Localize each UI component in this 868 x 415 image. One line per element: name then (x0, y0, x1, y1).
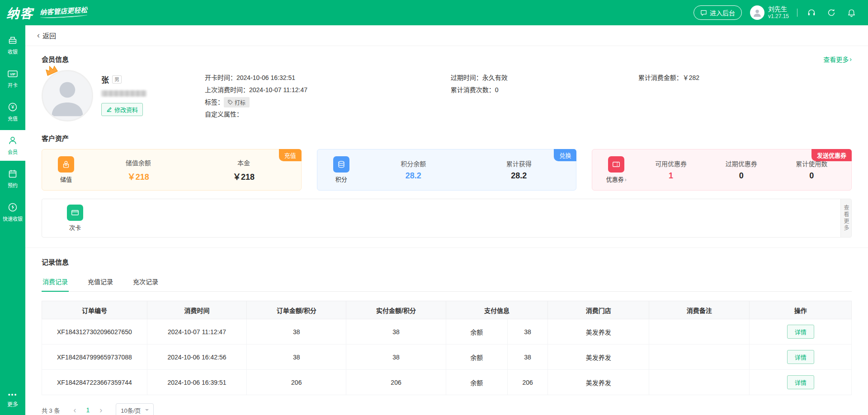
order-amount: 38 (247, 345, 346, 370)
send-coupon-badge-button[interactable]: 发送优惠券 (811, 149, 852, 161)
records-title: 记录信息 (42, 257, 852, 266)
member-phone-blurred (101, 90, 146, 97)
stored-principal: 本金 ￥218 (191, 158, 296, 182)
user-name: 刘先生 (768, 5, 789, 13)
app-header: 纳客 纳客管店更轻松 进入后台 刘先生 v1.27.15 (0, 0, 868, 25)
member-view-more-link[interactable]: 查看更多 › (823, 55, 852, 64)
stored-value-block: 储值 (47, 156, 85, 183)
total-count: 共 3 条 (42, 406, 60, 415)
recharge-badge-button[interactable]: 充值 (279, 149, 302, 161)
pay-type: 余额 (446, 370, 507, 395)
paid-amount: 38 (346, 345, 446, 370)
customer-assets-section: 客户资产 充值 储值 储值余额 ￥218 本金 ￥218 (25, 131, 868, 238)
points-icon (333, 156, 349, 173)
add-tag-button[interactable]: 打标 (224, 97, 250, 107)
detail-button[interactable]: 详情 (787, 325, 814, 339)
cashier-icon (8, 35, 18, 45)
remark (649, 370, 750, 395)
paid-amount: 206 (346, 370, 446, 395)
sidebar-item-quick-cashier[interactable]: 快速收银 (0, 197, 25, 228)
times-card-strip: 次卡 查看更多 (42, 199, 852, 238)
pencil-icon (106, 107, 112, 112)
consume-time: 2024-10-06 16:39:51 (147, 370, 246, 395)
coupons-used: 累计使用数 0 (776, 159, 847, 181)
member-info-section: 会员信息 查看更多 › 张 男 (25, 46, 868, 131)
detail-button[interactable]: 详情 (787, 375, 814, 389)
times-card-view-more[interactable]: 查看更多 (840, 199, 851, 237)
store: 美发养发 (548, 370, 649, 395)
pay-value: 38 (507, 319, 548, 345)
prev-page-button[interactable]: ‹ (68, 404, 81, 415)
records-tabs: 消费记录 充值记录 充次记录 (42, 273, 852, 292)
store: 美发养发 (548, 319, 649, 345)
member-fields-col3: 累计消费金额：￥282 (638, 72, 852, 121)
app-logo: 纳客 (6, 4, 33, 22)
tab-times-records[interactable]: 充次记录 (132, 273, 159, 291)
table-header-row: 订单编号 消费时间 订单金额/积分 实付金额/积分 支付信息 消费门店 消费备注… (42, 301, 852, 319)
member-name: 张 (101, 74, 109, 85)
order-no: XF1842847223667359744 (42, 370, 147, 395)
consume-amount: ￥282 (683, 72, 699, 84)
coupons-block[interactable]: 优惠券› (597, 156, 636, 183)
pay-value: 38 (507, 345, 548, 370)
consume-time: 2024-10-06 16:42:56 (147, 345, 246, 370)
tab-consume-records[interactable]: 消费记录 (42, 273, 69, 291)
member-fields-col1: 开卡时间：2024-10-06 16:32:51 上次消费时间：2024-10-… (205, 72, 451, 121)
chevron-right-icon: › (625, 177, 627, 183)
app-version: v1.27.15 (768, 13, 789, 19)
consume-time: 2024-10-07 11:12:47 (147, 319, 246, 345)
exchange-badge-button[interactable]: 兑换 (554, 149, 576, 161)
enter-backend-button[interactable]: 进入后台 (693, 5, 742, 20)
sidebar-more[interactable]: ••• 更多 (0, 391, 25, 415)
chevron-left-icon: ‹ (37, 31, 40, 40)
tag-icon (228, 100, 233, 105)
edit-profile-button[interactable]: 修改资料 (101, 103, 143, 116)
sidebar-item-open-card[interactable]: VIP 开卡 (0, 63, 25, 94)
chat-icon (700, 9, 707, 16)
page-size-select[interactable]: 10条/页 (116, 403, 154, 415)
more-dots-icon: ••• (8, 391, 18, 398)
detail-button[interactable]: 详情 (787, 350, 814, 364)
refresh-icon[interactable] (826, 7, 837, 19)
order-no: XF1843127302096027650 (42, 319, 147, 345)
back-button[interactable]: ‹ 返回 (37, 31, 56, 40)
vip-card-icon: VIP (7, 69, 18, 79)
headset-icon[interactable] (806, 7, 817, 19)
times-card-block: 次卡 (56, 205, 94, 232)
points-balance: 积分余额 28.2 (361, 159, 466, 181)
gender-badge: 男 (112, 75, 122, 84)
bell-icon[interactable] (845, 7, 857, 19)
coupons-card: 发送优惠券 优惠券› 可用优惠券 1 过期优惠券 0 累计使用数 (592, 149, 852, 191)
svg-text:VIP: VIP (10, 72, 15, 76)
paid-amount: 38 (346, 319, 446, 345)
member-icon (8, 135, 18, 145)
recharge-icon: ¥ (8, 102, 18, 112)
sidebar-item-booking[interactable]: 预约 (0, 163, 25, 194)
table-row: XF1842847999659737088 2024-10-06 16:42:5… (42, 345, 852, 370)
member-fields-col2: 过期时间：永久有效 累计消费次数：0 (451, 72, 638, 121)
open-card-time: 2024-10-06 16:32:51 (236, 72, 295, 84)
member-avatar (42, 70, 93, 121)
pay-value: 206 (507, 370, 548, 395)
header-divider (797, 9, 797, 17)
order-amount: 38 (247, 319, 346, 345)
chevron-down-icon (145, 409, 149, 413)
sidebar-item-recharge[interactable]: ¥ 充值 (0, 97, 25, 127)
user-account[interactable]: 刘先生 v1.27.15 (750, 5, 789, 20)
sidebar-item-cashier[interactable]: 收银 (0, 30, 25, 61)
booking-icon (8, 169, 18, 179)
current-page[interactable]: 1 (83, 406, 92, 414)
table-row: XF1843127302096027650 2024-10-07 11:12:4… (42, 319, 852, 345)
coupons-expired: 过期优惠券 0 (706, 159, 777, 181)
expire-time: 永久有效 (482, 72, 508, 84)
assets-title: 客户资产 (42, 133, 852, 143)
coupons-available: 可用优惠券 1 (636, 159, 706, 181)
tab-recharge-records[interactable]: 充值记录 (87, 273, 114, 291)
main-content: ‹ 返回 会员信息 查看更多 › 张 男 (25, 25, 868, 415)
svg-text:¥: ¥ (11, 104, 14, 110)
next-page-button[interactable]: › (94, 404, 108, 415)
sidebar-item-member[interactable]: 会员 (0, 130, 25, 161)
order-amount: 206 (247, 370, 346, 395)
order-no: XF1842847999659737088 (42, 345, 147, 370)
quick-cashier-icon (8, 202, 18, 212)
